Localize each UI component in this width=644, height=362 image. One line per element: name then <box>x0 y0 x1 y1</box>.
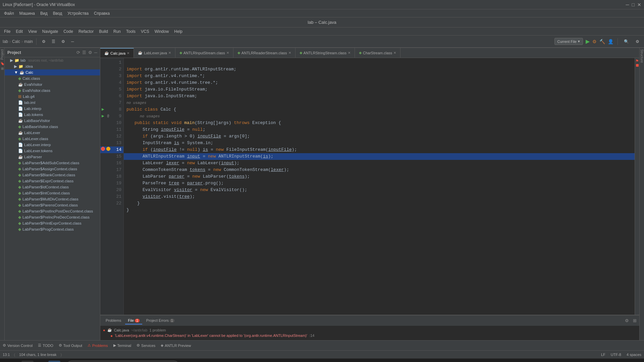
panel-list-icon[interactable]: ☰ <box>82 50 86 55</box>
current-file-button[interactable]: Current File ▾ <box>554 38 583 45</box>
taskbar-search[interactable]: 🔍 Введите здесь текст для поиска <box>66 361 180 362</box>
tab-antlrinputstream-class[interactable]: ◆ ANTLRInputStream.class ✕ <box>175 48 233 58</box>
tab-close-antlrstringstream[interactable]: ✕ <box>348 51 351 55</box>
taskbar-terminal-icon[interactable]: ▶_ <box>35 361 47 362</box>
tree-item-idea[interactable]: ▶ 📁 .idea <box>5 63 100 69</box>
tree-item-labbasevisitor[interactable]: ☕ LabBaseVisitor <box>5 118 100 124</box>
tree-item-labparser-progcontext[interactable]: ◆ LabParser$ProgContext.class <box>5 226 100 232</box>
settings-btn[interactable]: ⚙ <box>634 38 641 45</box>
tree-item-labparser-preinccontext[interactable]: ◆ LabParser$PreIncPreDecContext.class <box>5 214 100 220</box>
status-encoding[interactable]: UTF-8 <box>611 353 621 357</box>
project-strip-label[interactable]: Project <box>0 48 5 61</box>
panel-sync-icon[interactable]: ⟳ <box>76 50 80 55</box>
tree-item-labparser-printexprcontext[interactable]: ◆ LabParser$PrintExprContext.class <box>5 220 100 226</box>
taskbar-chrome-icon[interactable]: ⬤ <box>239 361 251 362</box>
vm-menu-view[interactable]: Вид <box>38 10 50 16</box>
ide-menu-view[interactable]: View <box>25 28 40 35</box>
tree-item-lab-interp[interactable]: 📄 Lab.interp <box>5 106 100 112</box>
tree-item-labbasevisitor-class[interactable]: ◆ LabBaseVisitor.class <box>5 124 100 130</box>
toolbar-minus-btn[interactable]: ─ <box>69 38 76 45</box>
tree-item-labparser-postinccontext[interactable]: ◆ LabParser$PostIncPostDecContext.class <box>5 208 100 214</box>
close-button[interactable]: ✕ <box>637 2 641 7</box>
tool-antlr-preview[interactable]: ◈ ANTLR Preview <box>161 343 191 348</box>
taskbar-task-view-icon[interactable]: ⊞ <box>185 361 197 362</box>
tree-item-lablexer[interactable]: ☕ LabLexer <box>5 130 100 136</box>
tab-close-lablexer[interactable]: ✕ <box>168 51 171 55</box>
ide-menu-help[interactable]: Help <box>171 28 185 35</box>
toolbar-settings-btn[interactable]: ⚙ <box>40 38 48 45</box>
tree-item-calc-class[interactable]: ◆ Calc.class <box>5 75 100 81</box>
tree-item-lab-iml[interactable]: 📄 lab.iml <box>5 100 100 106</box>
ide-menu-refactor[interactable]: Refactor <box>76 28 96 35</box>
tool-terminal[interactable]: ▶ Terminal <box>113 343 131 348</box>
taskbar-intellij-icon[interactable]: ⋮⋮ <box>48 361 60 362</box>
ide-menu-navigate[interactable]: Navigate <box>40 28 61 35</box>
tool-services[interactable]: ⚙ Services <box>137 343 155 348</box>
tab-calc-java[interactable]: ☕ Calc.java ✕ <box>100 48 134 58</box>
breakpoint-14[interactable] <box>100 146 106 153</box>
taskbar-files-icon[interactable]: 📁 <box>21 361 34 362</box>
tab-project-errors[interactable]: Project Errors 1 <box>144 317 177 324</box>
status-position[interactable]: 13:1 <box>3 353 10 357</box>
tab-antlrreaderstream-class[interactable]: ◆ ANTLRReaderStream.class ✕ <box>233 48 296 58</box>
tree-item-lab-g4[interactable]: ⊞ Lab.g4 <box>5 94 100 100</box>
taskbar-misc-icon[interactable]: 🎮 <box>266 361 278 362</box>
minimize-button[interactable]: ─ <box>626 2 629 7</box>
run-gutter-9[interactable]: ▶ <box>100 113 106 120</box>
tree-item-lablexer-interp[interactable]: 📄 LabLexer.interp <box>5 142 100 148</box>
tree-item-labparser[interactable]: ☕ LabParser <box>5 154 100 160</box>
vm-menu-help[interactable]: Справка <box>91 10 112 16</box>
vm-menu-input[interactable]: Ввод <box>50 10 65 16</box>
taskbar-vscode-icon[interactable]: ◧ <box>225 361 237 362</box>
breadcrumb-calc[interactable]: Calc <box>12 39 20 44</box>
run-button[interactable]: ▶ <box>586 38 590 45</box>
tab-problems[interactable]: Problems <box>103 317 124 324</box>
tool-problems[interactable]: ⚠ Problems <box>88 343 108 348</box>
tree-item-calc[interactable]: ▼ ☕ Calc <box>5 69 100 75</box>
tree-item-labparser-parenscontext[interactable]: ◆ LabParser$ParensContext.class <box>5 202 100 208</box>
ide-menu-build[interactable]: Build <box>96 28 111 35</box>
tree-item-lab[interactable]: ▶ 📁 lab sources root, ~/antlr/lab <box>5 57 100 63</box>
toolbar-list-btn[interactable]: ☰ <box>50 38 57 45</box>
toolbar-gear-btn[interactable]: ⚙ <box>59 38 67 45</box>
tree-item-labparser-blankcontext[interactable]: ◆ LabParser$BlankContext.class <box>5 172 100 178</box>
tab-file[interactable]: File 1 <box>125 317 142 324</box>
bookmarks-strip-label[interactable]: 🔖 <box>0 61 5 66</box>
tree-item-labparser-intcontext[interactable]: ◆ LabParser$IntContext.class <box>5 190 100 196</box>
problems-settings-icon[interactable]: ⚙ <box>625 318 629 323</box>
status-line-ending[interactable]: LF <box>601 353 605 357</box>
ide-menu-edit[interactable]: Edit <box>13 28 25 35</box>
tab-close-charstream[interactable]: ✕ <box>393 51 396 55</box>
taskbar-pdf-icon[interactable]: 📕 <box>252 361 264 362</box>
problems-expand-icon[interactable]: ⊞ <box>633 318 637 323</box>
structure-strip-label[interactable]: ⊞ <box>0 66 4 71</box>
panel-close-icon[interactable]: ─ <box>94 50 97 55</box>
taskbar-browser-icon-2[interactable]: 📘 <box>212 361 224 362</box>
tab-charstream-class[interactable]: ◆ CharStream.class ✕ <box>355 48 400 58</box>
tool-version-control[interactable]: ⚙ Version Control <box>3 343 33 348</box>
vm-menu-devices[interactable]: Устройства <box>65 10 91 16</box>
tab-lablexer-java[interactable]: ☕ LabLexer.java ✕ <box>134 48 175 58</box>
tab-close-antlrinputstream[interactable]: ✕ <box>226 51 229 55</box>
start-button[interactable] <box>3 360 16 362</box>
tree-item-labparser-addsubcontext[interactable]: ◆ LabParser$AddSubContext.class <box>5 160 100 166</box>
structure-label[interactable]: Structure <box>639 48 644 64</box>
status-indent[interactable]: 4 spaces <box>627 353 641 357</box>
breadcrumb-lab[interactable]: lab <box>3 39 8 44</box>
error-item-1[interactable]: ● 'LabLexer(org.antlr.v4.runtime.CharStr… <box>103 333 637 339</box>
tree-item-labparser-multdivcontext[interactable]: ◆ LabParser$MultDivContext.class <box>5 196 100 202</box>
vm-menu-file[interactable]: Файл <box>1 10 17 16</box>
run-gutter-8[interactable]: ▶ <box>100 106 106 113</box>
build-button[interactable]: 🔨 <box>599 39 605 44</box>
tree-item-lab-tokens[interactable]: 📄 Lab.tokens <box>5 112 100 118</box>
maximize-button[interactable]: □ <box>632 2 635 7</box>
tree-item-evalvisitor[interactable]: ☕ EvalVisitor <box>5 81 100 87</box>
ide-menu-vcs[interactable]: VCS <box>138 28 152 35</box>
ide-menu-run[interactable]: Run <box>111 28 123 35</box>
tree-item-evalvisitor-class[interactable]: ◆ EvalVisitor.class <box>5 87 100 94</box>
tab-close-calc[interactable]: ✕ <box>127 51 129 55</box>
tree-item-labparser-idcontext[interactable]: ◆ LabParser$IdContext.class <box>5 184 100 190</box>
window-controls[interactable]: ─ □ ✕ <box>626 2 641 7</box>
tree-item-labparser-exprcontext[interactable]: ◆ LabParser$ExprContext.class <box>5 178 100 184</box>
ide-menu-tools[interactable]: Tools <box>123 28 138 35</box>
